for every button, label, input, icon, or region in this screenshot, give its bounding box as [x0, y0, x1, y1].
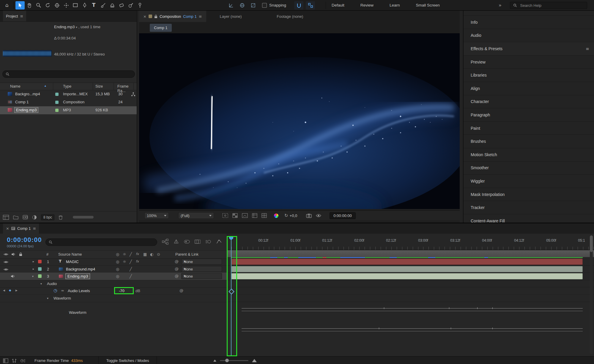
- timeline-track-area[interactable]: 00:12f 01:00f 01:12f 02:00f 02:12f 03:00…: [227, 234, 594, 356]
- layer-tab[interactable]: Layer (none): [220, 14, 242, 19]
- preview-timecode[interactable]: 0:00:00:00: [330, 212, 355, 219]
- layer-bar-magic[interactable]: [231, 259, 583, 265]
- panel-item-libraries[interactable]: Libraries: [464, 69, 594, 82]
- anchor-switch-icon[interactable]: ◎: [116, 274, 119, 278]
- zoom-tool[interactable]: [34, 1, 43, 10]
- layer-row-background[interactable]: ▸ 2 Background.mp4 ◎ ╱ @ None: [0, 265, 227, 273]
- pen-tool[interactable]: [80, 1, 89, 10]
- panel-item-effects-presets[interactable]: Effects & Presets ≡: [464, 42, 594, 56]
- layer-name[interactable]: Background.mp4: [66, 267, 95, 271]
- snapping-checkbox[interactable]: [262, 3, 267, 8]
- eraser-tool[interactable]: [117, 1, 126, 10]
- column-name[interactable]: Name: [10, 84, 21, 88]
- next-keyframe-icon[interactable]: ▶: [15, 289, 18, 292]
- render-time-columns-icon[interactable]: [20, 358, 26, 363]
- delete-trash-icon[interactable]: [59, 215, 63, 220]
- prev-keyframe-icon[interactable]: ◀: [3, 289, 5, 292]
- resolution-dropdown[interactable]: (Full): [178, 212, 214, 219]
- composition-guides-icon[interactable]: [252, 213, 257, 218]
- close-icon[interactable]: ×: [6, 227, 9, 230]
- label-color-swatch[interactable]: [55, 101, 59, 104]
- workspace-learn[interactable]: Learn: [390, 3, 400, 7]
- composition-tab-comp-name[interactable]: Comp 1: [183, 14, 197, 19]
- collapse-caret-icon[interactable]: ▾: [32, 275, 34, 278]
- audio-levels-label[interactable]: Audio Levels: [68, 289, 90, 293]
- layer-bar-ending[interactable]: [231, 273, 583, 279]
- new-folder-icon[interactable]: [13, 215, 18, 219]
- project-row-background[interactable]: Backgro...mp4 Importe...MEX 15,3 MB 30: [0, 90, 137, 98]
- interpret-footage-icon[interactable]: [3, 215, 9, 220]
- brush-tool[interactable]: [98, 1, 108, 10]
- home-icon[interactable]: ⌂: [2, 1, 12, 10]
- project-search-input[interactable]: [11, 72, 132, 77]
- workspace-review[interactable]: Review: [360, 3, 374, 7]
- current-timecode[interactable]: 0:00:00:00: [7, 236, 42, 244]
- panel-menu-icon[interactable]: ≡: [33, 227, 36, 230]
- help-search[interactable]: [510, 2, 587, 9]
- panel-item-wiggler[interactable]: Wiggler: [464, 175, 594, 188]
- roto-brush-tool[interactable]: [126, 1, 135, 10]
- close-icon[interactable]: ×: [143, 15, 146, 18]
- audio-graph-icon[interactable]: ≈: [61, 289, 64, 292]
- audio-on-icon[interactable]: [11, 274, 15, 278]
- group-caret-icon[interactable]: ▾: [40, 282, 42, 285]
- column-size[interactable]: Size: [95, 84, 103, 88]
- parent-dropdown[interactable]: None: [181, 259, 222, 265]
- row-name-editing[interactable]: Ending.mp3: [14, 107, 38, 113]
- quality-switch-icon[interactable]: ╱: [130, 267, 132, 271]
- layer-row-ending-selected[interactable]: ▾ 3 Ending.mp3 ◎ ╱ @ None: [0, 273, 227, 280]
- column-number[interactable]: #: [46, 252, 48, 257]
- expand-caret-icon[interactable]: ▸: [33, 268, 34, 270]
- lock-column-icon[interactable]: [19, 252, 22, 256]
- layer-color-swatch[interactable]: [38, 260, 42, 263]
- frame-blending-icon[interactable]: [195, 239, 201, 244]
- project-row-comp1[interactable]: Comp 1 Composition 24: [0, 98, 137, 106]
- eye-icon[interactable]: [4, 268, 8, 271]
- name-dropdown-caret-icon[interactable]: ▾: [76, 26, 77, 29]
- reset-exposure-icon[interactable]: ↻: [284, 213, 288, 218]
- audio-levels-value[interactable]: -70: [119, 289, 125, 293]
- panel-menu-icon[interactable]: ≡: [20, 14, 23, 18]
- layer-bar-background[interactable]: [231, 266, 583, 272]
- panel-item-tracker[interactable]: Tracker: [464, 201, 594, 214]
- stopwatch-icon[interactable]: ◷: [53, 288, 57, 292]
- anchor-switch-icon[interactable]: ◎: [116, 267, 119, 271]
- comp1-view-tab[interactable]: Comp 1: [150, 24, 172, 32]
- help-search-input[interactable]: [520, 3, 584, 8]
- horizontal-scrollbar-thumb[interactable]: [73, 216, 94, 219]
- timeline-zoom-slider[interactable]: [220, 360, 248, 361]
- puppet-pin-tool[interactable]: [135, 1, 144, 10]
- motion-blur-icon[interactable]: [205, 239, 211, 244]
- quality-switch-icon[interactable]: ╱: [130, 274, 132, 278]
- project-row-ending-selected[interactable]: Ending.mp3 MP3 926 KB: [0, 106, 137, 114]
- audio-group-label[interactable]: Audio: [47, 281, 57, 286]
- panel-menu-icon[interactable]: ≡: [586, 47, 589, 51]
- panel-item-mask-interpolation[interactable]: Mask Interpolation: [464, 188, 594, 201]
- rotation-tool[interactable]: [43, 1, 52, 10]
- label-color-swatch[interactable]: [55, 109, 59, 112]
- group-caret-icon[interactable]: ▾: [47, 297, 48, 300]
- zoom-out-mountain-icon[interactable]: [213, 360, 216, 362]
- workspace-small-screen[interactable]: Small Screen: [416, 3, 440, 7]
- panel-item-align[interactable]: Align: [464, 82, 594, 95]
- exposure-control[interactable]: ↻ +0,0: [284, 213, 297, 218]
- in-out-columns-icon[interactable]: [12, 358, 17, 363]
- clone-stamp-tool[interactable]: [108, 1, 117, 10]
- pickwhip-icon[interactable]: @: [175, 274, 179, 278]
- panel-menu-icon[interactable]: ≡: [199, 15, 202, 18]
- layer-row-magic[interactable]: ▸ 1 T MAGIC ◎ ☼ ╱ fx @ None: [0, 258, 227, 266]
- time-ruler[interactable]: 00:12f 01:00f 01:12f 02:00f 02:12f 03:00…: [227, 234, 594, 250]
- world-axis-mode-icon[interactable]: [237, 1, 247, 10]
- layer-name-editing[interactable]: Ending.mp3: [65, 273, 90, 279]
- timeline-search[interactable]: [45, 238, 157, 246]
- pan-behind-tool[interactable]: [62, 1, 71, 10]
- current-timecode-block[interactable]: 0:00:00:00 00000 (24.00 fps): [7, 236, 42, 248]
- panel-item-smoother[interactable]: Smoother: [464, 162, 594, 175]
- pickwhip-icon[interactable]: @: [179, 289, 183, 292]
- rectangle-tool[interactable]: [71, 1, 80, 10]
- selection-tool[interactable]: [15, 1, 25, 10]
- zoom-in-mountain-icon[interactable]: [252, 359, 257, 362]
- work-area-bar[interactable]: [227, 250, 594, 257]
- graph-editor-icon[interactable]: [216, 239, 222, 244]
- pickwhip-icon[interactable]: @: [175, 267, 179, 271]
